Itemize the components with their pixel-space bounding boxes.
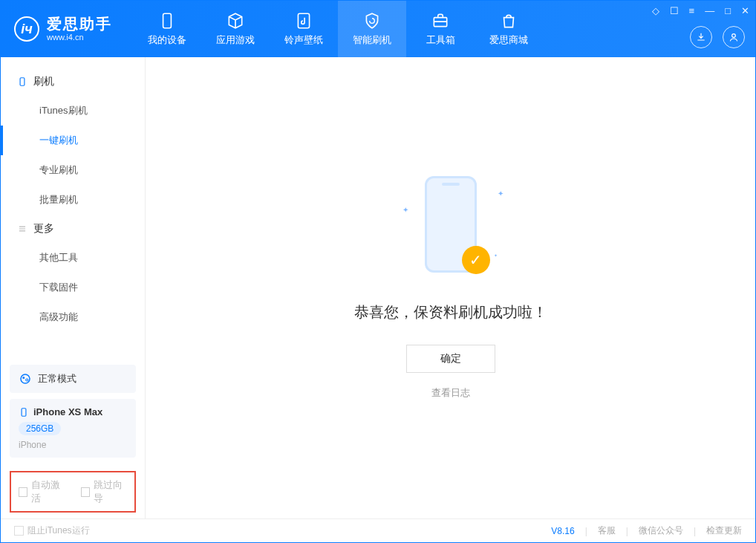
app-window: iч 爱思助手 www.i4.cn 我的设备 应用游戏 铃声壁纸 智能刷机 [0,0,756,543]
mode-box[interactable]: 正常模式 [10,365,136,393]
sidebar-item-batch-flash[interactable]: 批量刷机 [1,185,145,215]
logo-icon: iч [14,16,39,42]
svg-rect-4 [20,78,25,86]
svg-rect-1 [298,13,309,28]
body: 刷机 iTunes刷机 一键刷机 专业刷机 批量刷机 更多 其他工具 下载固件 … [1,57,755,518]
app-url: www.i4.cn [47,33,112,42]
list-icon [17,224,27,234]
sidebar-item-advanced[interactable]: 高级功能 [1,302,145,332]
minimize-button[interactable]: — [705,5,714,16]
sidebar-item-other-tools[interactable]: 其他工具 [1,243,145,273]
skip-guide-checkbox[interactable]: 跳过向导 [81,478,127,505]
device-storage: 256GB [19,422,61,435]
account-button[interactable] [723,26,745,48]
svg-point-6 [22,377,25,379]
tab-apps-games[interactable]: 应用游戏 [201,1,270,57]
feedback-icon[interactable]: ☐ [670,5,679,16]
main-tabs: 我的设备 应用游戏 铃声壁纸 智能刷机 工具箱 爱思商城 [133,1,543,57]
checkbox-icon [81,487,90,497]
user-icon [728,31,740,43]
tab-my-device[interactable]: 我的设备 [133,1,201,57]
menu-icon[interactable]: ≡ [689,5,695,16]
mode-icon [19,372,32,386]
version-label: V8.16 [551,526,574,536]
music-file-icon [294,11,313,30]
device-icon [19,407,29,417]
wechat-link[interactable]: 微信公众号 [639,524,683,537]
window-controls: ◇ ☐ ≡ — □ ✕ [652,5,749,16]
tab-smart-flash[interactable]: 智能刷机 [338,1,406,57]
svg-point-5 [21,374,30,383]
maximize-button[interactable]: □ [725,5,731,16]
sparkle-icon: ✦ [494,253,498,258]
checkbox-icon [14,526,24,536]
sidebar-item-download-firmware[interactable]: 下载固件 [1,273,145,302]
check-badge-icon: ✓ [462,246,490,274]
support-link[interactable]: 客服 [598,524,616,537]
shield-refresh-icon [362,11,382,30]
device-name-text: iPhone XS Max [33,406,102,417]
success-message: 恭喜您，保资料刷机成功啦！ [354,302,547,322]
footer-bar: 阻止iTunes运行 V8.16 | 客服 | 微信公众号 | 检查更新 [1,518,755,542]
header-right-icons [690,26,745,48]
success-illustration: ✦ ✦ ✦ ✓ [417,176,484,280]
svg-point-3 [732,34,736,38]
sidebar-section-flash: 刷机 [1,68,145,96]
sidebar-section-more: 更多 [1,215,145,243]
sidebar: 刷机 iTunes刷机 一键刷机 专业刷机 批量刷机 更多 其他工具 下载固件 … [1,57,146,518]
toolbox-icon [431,11,450,30]
flash-options-row: 自动激活 跳过向导 [10,471,136,513]
sidebar-item-pro-flash[interactable]: 专业刷机 [1,155,145,185]
tab-ringtone-wallpaper[interactable]: 铃声壁纸 [270,1,338,57]
svg-rect-0 [163,13,172,28]
sidebar-item-oneclick-flash[interactable]: 一键刷机 [1,126,145,155]
sparkle-icon: ✦ [498,189,504,198]
checkbox-icon [19,487,27,497]
app-title: 爱思助手 [47,15,112,33]
download-icon [695,31,707,43]
block-itunes-checkbox[interactable]: 阻止iTunes运行 [14,524,90,537]
header-bar: iч 爱思助手 www.i4.cn 我的设备 应用游戏 铃声壁纸 智能刷机 [1,1,755,57]
tab-store[interactable]: 爱思商城 [475,1,543,57]
auto-activate-checkbox[interactable]: 自动激活 [19,478,65,505]
download-button[interactable] [690,26,712,48]
svg-rect-8 [22,408,26,416]
phone-icon [157,11,177,30]
svg-point-7 [26,379,28,381]
main-content: ✦ ✦ ✦ ✓ 恭喜您，保资料刷机成功啦！ 确定 查看日志 [146,57,755,518]
tab-toolbox[interactable]: 工具箱 [406,1,475,57]
check-update-link[interactable]: 检查更新 [706,524,742,537]
bag-icon [499,11,518,30]
device-box[interactable]: iPhone XS Max 256GB iPhone [10,399,136,458]
phone-small-icon [17,77,27,87]
mode-label: 正常模式 [38,372,76,386]
close-button[interactable]: ✕ [741,5,749,16]
cube-icon [226,11,245,30]
confirm-button[interactable]: 确定 [406,345,495,373]
view-log-link[interactable]: 查看日志 [431,386,470,400]
shirt-icon[interactable]: ◇ [652,5,659,16]
sidebar-item-itunes-flash[interactable]: iTunes刷机 [1,96,145,126]
device-type: iPhone [19,440,127,450]
footer-right: V8.16 | 客服 | 微信公众号 | 检查更新 [551,524,742,537]
sparkle-icon: ✦ [403,206,408,214]
logo: iч 爱思助手 www.i4.cn [1,15,126,42]
